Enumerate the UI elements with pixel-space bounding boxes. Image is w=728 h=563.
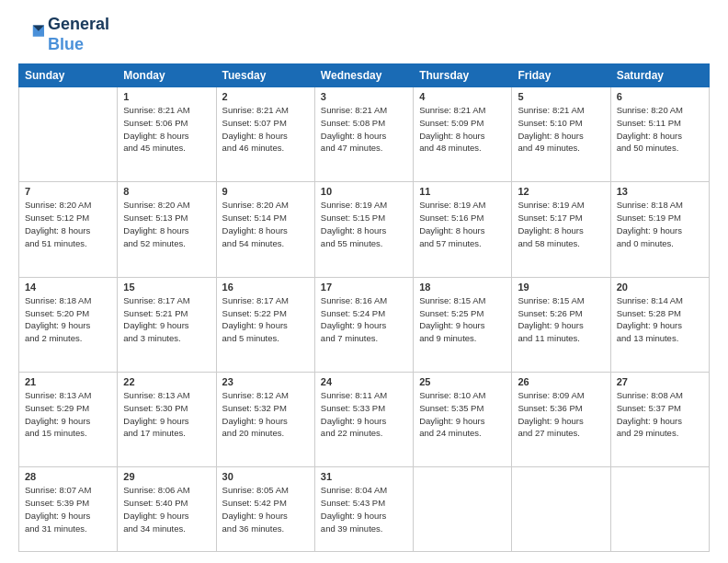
day-cell: 8Sunrise: 8:20 AMSunset: 5:13 PMDaylight… bbox=[118, 182, 216, 277]
day-number: 15 bbox=[123, 282, 210, 293]
day-number: 26 bbox=[518, 376, 604, 387]
day-cell: 5Sunrise: 8:21 AMSunset: 5:10 PMDaylight… bbox=[512, 87, 610, 182]
day-number: 28 bbox=[25, 471, 111, 482]
col-header-saturday: Saturday bbox=[610, 64, 709, 87]
day-info: Sunrise: 8:07 AMSunset: 5:39 PMDaylight:… bbox=[25, 484, 111, 534]
calendar-table: SundayMondayTuesdayWednesdayThursdayFrid… bbox=[18, 63, 710, 552]
day-cell: 24Sunrise: 8:11 AMSunset: 5:33 PMDayligh… bbox=[314, 373, 413, 467]
day-cell: 1Sunrise: 8:21 AMSunset: 5:06 PMDaylight… bbox=[118, 87, 216, 182]
col-header-thursday: Thursday bbox=[414, 64, 512, 87]
logo: General Blue bbox=[18, 15, 109, 54]
day-number: 19 bbox=[518, 282, 604, 293]
day-info: Sunrise: 8:20 AMSunset: 5:13 PMDaylight:… bbox=[123, 199, 210, 249]
day-info: Sunrise: 8:21 AMSunset: 5:09 PMDaylight:… bbox=[419, 104, 506, 155]
day-cell: 10Sunrise: 8:19 AMSunset: 5:15 PMDayligh… bbox=[314, 182, 413, 277]
col-header-friday: Friday bbox=[512, 64, 610, 87]
day-number: 4 bbox=[419, 91, 506, 102]
day-cell: 26Sunrise: 8:09 AMSunset: 5:36 PMDayligh… bbox=[512, 373, 610, 467]
day-cell: 23Sunrise: 8:12 AMSunset: 5:32 PMDayligh… bbox=[216, 373, 314, 467]
day-info: Sunrise: 8:06 AMSunset: 5:40 PMDaylight:… bbox=[123, 484, 210, 534]
day-info: Sunrise: 8:21 AMSunset: 5:06 PMDaylight:… bbox=[123, 104, 210, 155]
day-info: Sunrise: 8:16 AMSunset: 5:24 PMDaylight:… bbox=[321, 294, 407, 345]
day-info: Sunrise: 8:21 AMSunset: 5:10 PMDaylight:… bbox=[518, 104, 604, 155]
day-cell: 3Sunrise: 8:21 AMSunset: 5:08 PMDaylight… bbox=[314, 87, 413, 182]
week-row-3: 14Sunrise: 8:18 AMSunset: 5:20 PMDayligh… bbox=[19, 277, 710, 372]
day-cell: 7Sunrise: 8:20 AMSunset: 5:12 PMDaylight… bbox=[19, 182, 118, 277]
day-cell: 16Sunrise: 8:17 AMSunset: 5:22 PMDayligh… bbox=[216, 277, 314, 372]
day-info: Sunrise: 8:19 AMSunset: 5:17 PMDaylight:… bbox=[518, 199, 604, 249]
day-number: 1 bbox=[123, 91, 210, 102]
day-cell: 30Sunrise: 8:05 AMSunset: 5:42 PMDayligh… bbox=[216, 467, 314, 552]
day-info: Sunrise: 8:19 AMSunset: 5:16 PMDaylight:… bbox=[419, 199, 506, 249]
day-info: Sunrise: 8:15 AMSunset: 5:26 PMDaylight:… bbox=[518, 294, 604, 345]
day-info: Sunrise: 8:05 AMSunset: 5:42 PMDaylight:… bbox=[222, 484, 309, 534]
week-row-2: 7Sunrise: 8:20 AMSunset: 5:12 PMDaylight… bbox=[19, 182, 710, 277]
day-cell: 18Sunrise: 8:15 AMSunset: 5:25 PMDayligh… bbox=[414, 277, 512, 372]
day-number: 23 bbox=[222, 376, 309, 387]
day-number: 29 bbox=[123, 471, 210, 482]
day-cell: 4Sunrise: 8:21 AMSunset: 5:09 PMDaylight… bbox=[414, 87, 512, 182]
day-cell: 15Sunrise: 8:17 AMSunset: 5:21 PMDayligh… bbox=[118, 277, 216, 372]
day-cell: 9Sunrise: 8:20 AMSunset: 5:14 PMDaylight… bbox=[216, 182, 314, 277]
day-number: 11 bbox=[419, 186, 506, 197]
header: General Blue bbox=[18, 15, 710, 54]
day-info: Sunrise: 8:20 AMSunset: 5:11 PMDaylight:… bbox=[617, 104, 703, 155]
day-number: 16 bbox=[222, 282, 309, 293]
day-cell: 19Sunrise: 8:15 AMSunset: 5:26 PMDayligh… bbox=[512, 277, 610, 372]
day-info: Sunrise: 8:20 AMSunset: 5:14 PMDaylight:… bbox=[222, 199, 309, 249]
day-cell: 11Sunrise: 8:19 AMSunset: 5:16 PMDayligh… bbox=[414, 182, 512, 277]
logo-icon bbox=[18, 22, 44, 48]
logo-text-line1: General bbox=[48, 15, 109, 35]
day-number: 25 bbox=[419, 376, 506, 387]
day-cell: 14Sunrise: 8:18 AMSunset: 5:20 PMDayligh… bbox=[19, 277, 118, 372]
page: General Blue SundayMondayTuesdayWednesda… bbox=[0, 0, 728, 563]
day-info: Sunrise: 8:13 AMSunset: 5:30 PMDaylight:… bbox=[123, 389, 210, 440]
day-cell: 20Sunrise: 8:14 AMSunset: 5:28 PMDayligh… bbox=[610, 277, 709, 372]
day-number: 9 bbox=[222, 186, 309, 197]
day-info: Sunrise: 8:11 AMSunset: 5:33 PMDaylight:… bbox=[321, 389, 407, 440]
day-info: Sunrise: 8:12 AMSunset: 5:32 PMDaylight:… bbox=[222, 389, 309, 440]
day-info: Sunrise: 8:08 AMSunset: 5:37 PMDaylight:… bbox=[617, 389, 703, 440]
col-header-wednesday: Wednesday bbox=[314, 64, 413, 87]
day-cell: 2Sunrise: 8:21 AMSunset: 5:07 PMDaylight… bbox=[216, 87, 314, 182]
day-number: 13 bbox=[617, 186, 703, 197]
day-info: Sunrise: 8:20 AMSunset: 5:12 PMDaylight:… bbox=[25, 199, 111, 249]
day-info: Sunrise: 8:18 AMSunset: 5:19 PMDaylight:… bbox=[617, 199, 703, 249]
day-number: 30 bbox=[222, 471, 309, 482]
day-number: 3 bbox=[321, 91, 407, 102]
day-cell: 12Sunrise: 8:19 AMSunset: 5:17 PMDayligh… bbox=[512, 182, 610, 277]
day-number: 10 bbox=[321, 186, 407, 197]
day-info: Sunrise: 8:18 AMSunset: 5:20 PMDaylight:… bbox=[25, 294, 111, 345]
day-cell bbox=[610, 467, 709, 552]
day-cell: 25Sunrise: 8:10 AMSunset: 5:35 PMDayligh… bbox=[414, 373, 512, 467]
day-number: 22 bbox=[123, 376, 210, 387]
day-number: 31 bbox=[321, 471, 407, 482]
week-row-4: 21Sunrise: 8:13 AMSunset: 5:29 PMDayligh… bbox=[19, 373, 710, 467]
col-header-tuesday: Tuesday bbox=[216, 64, 314, 87]
day-info: Sunrise: 8:15 AMSunset: 5:25 PMDaylight:… bbox=[419, 294, 506, 345]
week-row-1: 1Sunrise: 8:21 AMSunset: 5:06 PMDaylight… bbox=[19, 87, 710, 182]
day-number: 21 bbox=[25, 376, 111, 387]
day-cell: 28Sunrise: 8:07 AMSunset: 5:39 PMDayligh… bbox=[19, 467, 118, 552]
day-number: 12 bbox=[518, 186, 604, 197]
day-info: Sunrise: 8:17 AMSunset: 5:21 PMDaylight:… bbox=[123, 294, 210, 345]
col-header-sunday: Sunday bbox=[19, 64, 118, 87]
day-cell: 6Sunrise: 8:20 AMSunset: 5:11 PMDaylight… bbox=[610, 87, 709, 182]
day-info: Sunrise: 8:19 AMSunset: 5:15 PMDaylight:… bbox=[321, 199, 407, 249]
day-cell bbox=[414, 467, 512, 552]
day-info: Sunrise: 8:21 AMSunset: 5:07 PMDaylight:… bbox=[222, 104, 309, 155]
header-row: SundayMondayTuesdayWednesdayThursdayFrid… bbox=[19, 64, 710, 87]
day-number: 27 bbox=[617, 376, 703, 387]
day-number: 8 bbox=[123, 186, 210, 197]
day-info: Sunrise: 8:04 AMSunset: 5:43 PMDaylight:… bbox=[321, 484, 407, 534]
week-row-5: 28Sunrise: 8:07 AMSunset: 5:39 PMDayligh… bbox=[19, 467, 710, 552]
day-info: Sunrise: 8:10 AMSunset: 5:35 PMDaylight:… bbox=[419, 389, 506, 440]
day-info: Sunrise: 8:09 AMSunset: 5:36 PMDaylight:… bbox=[518, 389, 604, 440]
day-cell: 22Sunrise: 8:13 AMSunset: 5:30 PMDayligh… bbox=[118, 373, 216, 467]
day-cell: 31Sunrise: 8:04 AMSunset: 5:43 PMDayligh… bbox=[314, 467, 413, 552]
day-cell: 13Sunrise: 8:18 AMSunset: 5:19 PMDayligh… bbox=[610, 182, 709, 277]
day-cell: 27Sunrise: 8:08 AMSunset: 5:37 PMDayligh… bbox=[610, 373, 709, 467]
day-cell bbox=[512, 467, 610, 552]
day-cell: 21Sunrise: 8:13 AMSunset: 5:29 PMDayligh… bbox=[19, 373, 118, 467]
day-number: 6 bbox=[617, 91, 703, 102]
